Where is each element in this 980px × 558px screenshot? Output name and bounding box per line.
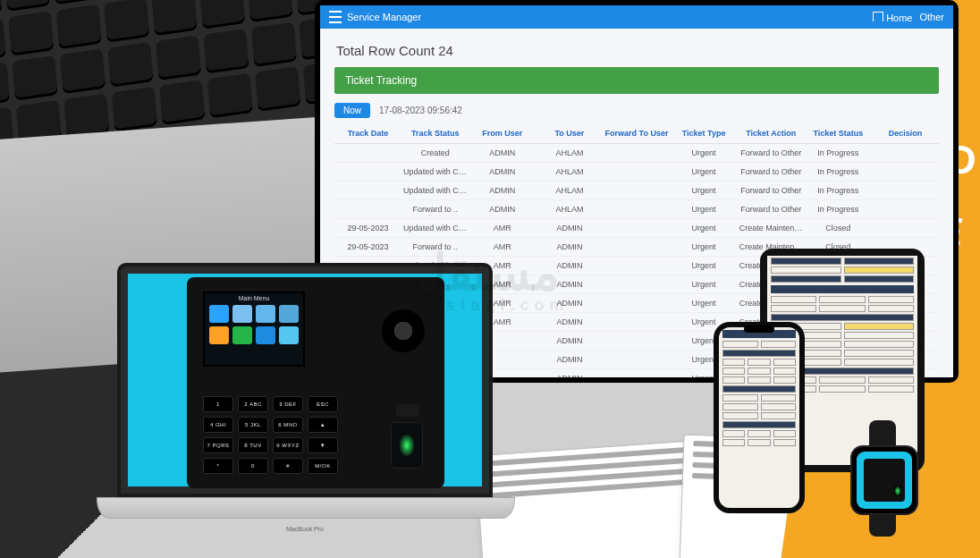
table-cell: Created bbox=[401, 144, 469, 163]
bio-app-icon[interactable] bbox=[232, 326, 252, 344]
table-cell: ADMIN bbox=[536, 351, 603, 369]
table-cell: Updated with Close bbox=[401, 182, 469, 200]
now-row: Now 17-08-2023 09:56:42 bbox=[334, 103, 939, 118]
table-cell: ADMIN bbox=[536, 332, 603, 351]
keypad-key[interactable]: M/OK bbox=[308, 458, 338, 474]
table-cell: 29-05-2023 bbox=[334, 219, 401, 238]
table-cell: ADMIN bbox=[469, 200, 536, 219]
laptop-model-label: MacBook Pro bbox=[97, 526, 513, 532]
table-cell bbox=[334, 182, 401, 200]
ticket-column-header[interactable]: Forward To User bbox=[603, 123, 670, 144]
nav-home[interactable]: Home bbox=[873, 12, 912, 23]
keypad-key[interactable]: 4 GHI bbox=[203, 417, 233, 433]
table-cell: Urgent bbox=[671, 182, 738, 200]
watch-body bbox=[850, 445, 918, 515]
row-count-label: Total Row Count 24 bbox=[336, 43, 939, 58]
fingerprint-icon bbox=[399, 434, 415, 457]
table-cell: Urgent bbox=[671, 294, 738, 313]
table-cell bbox=[603, 144, 670, 163]
app-brand: Service Manager bbox=[347, 12, 421, 22]
keypad-key[interactable]: 9 WXYZ bbox=[273, 437, 303, 453]
phone-notch bbox=[744, 326, 774, 333]
table-cell: ADMIN bbox=[469, 163, 536, 182]
table-cell bbox=[334, 163, 401, 182]
table-cell: AHLAM bbox=[536, 163, 603, 182]
table-cell: Create Maintenance Order bbox=[738, 219, 805, 238]
bio-app-icon[interactable] bbox=[209, 326, 229, 344]
table-cell: Closed bbox=[805, 219, 872, 238]
ticket-column-header[interactable]: Track Status bbox=[401, 123, 469, 144]
stage: OO RE Service Manager Home Other Total R… bbox=[0, 0, 980, 558]
keypad-key[interactable]: 2 ABC bbox=[238, 396, 268, 412]
table-cell: Urgent bbox=[671, 144, 738, 163]
fingerprint-scanner[interactable] bbox=[391, 422, 423, 469]
table-cell: ADMIN bbox=[536, 219, 603, 238]
keypad-key[interactable]: 7 PQRS bbox=[203, 437, 233, 453]
bio-app-icon[interactable] bbox=[209, 305, 229, 323]
table-cell: 29-05-2023 bbox=[334, 238, 401, 257]
keypad-key[interactable]: 0 bbox=[238, 458, 268, 474]
watch-bio-mini bbox=[864, 459, 905, 502]
table-cell: ADMIN bbox=[536, 313, 603, 332]
ticket-column-header[interactable]: Track Date bbox=[334, 123, 401, 144]
keypad-key[interactable]: # bbox=[273, 458, 303, 474]
bio-screen: Main Menu bbox=[203, 292, 305, 367]
keypad-key[interactable]: 6 MNO bbox=[273, 417, 303, 433]
hamburger-menu-icon[interactable] bbox=[329, 11, 342, 23]
ticket-column-header[interactable]: From User bbox=[469, 123, 536, 144]
proximity-sensor bbox=[396, 404, 419, 417]
keypad-key[interactable]: 5 JKL bbox=[238, 417, 268, 433]
now-timestamp: 17-08-2023 09:56:42 bbox=[379, 106, 462, 115]
bio-app-icon[interactable] bbox=[279, 326, 299, 344]
table-cell bbox=[603, 219, 670, 238]
keypad-key[interactable]: * bbox=[203, 458, 233, 474]
table-cell: Updated with Close bbox=[401, 163, 469, 182]
table-row[interactable]: CreatedADMINAHLAMUrgentForward to OtherI… bbox=[334, 144, 939, 163]
keypad-key[interactable]: 8 TUV bbox=[238, 437, 268, 453]
bio-app-icon[interactable] bbox=[232, 305, 252, 323]
nav-other[interactable]: Other bbox=[919, 12, 944, 22]
table-cell: AHLAM bbox=[536, 182, 603, 200]
table-cell: Urgent bbox=[671, 219, 738, 238]
table-cell: Forward to .. bbox=[401, 200, 469, 219]
keypad-key[interactable]: ESC bbox=[308, 396, 338, 412]
table-cell: ADMIN bbox=[536, 257, 603, 275]
table-cell: Urgent bbox=[671, 163, 738, 182]
bio-app-icon[interactable] bbox=[256, 305, 275, 323]
table-row[interactable]: 29-05-2023Updated with CloseAMRADMINUrge… bbox=[334, 219, 939, 238]
table-row[interactable]: Updated with CloseADMINAHLAMUrgentForwar… bbox=[334, 163, 939, 182]
table-cell bbox=[603, 163, 670, 182]
table-cell bbox=[872, 200, 939, 219]
table-cell: ADMIN bbox=[469, 182, 536, 200]
keypad-key[interactable]: 1 bbox=[203, 396, 233, 412]
ticket-column-header[interactable]: Ticket Type bbox=[671, 123, 738, 144]
phone-device bbox=[714, 322, 805, 513]
table-cell: ADMIN bbox=[469, 144, 536, 163]
table-cell: AHLAM bbox=[536, 200, 603, 219]
ticket-column-header[interactable]: Decision bbox=[872, 123, 939, 144]
ticket-column-header[interactable]: To User bbox=[536, 123, 603, 144]
biometric-terminal: Main Menu 12 ABC3 DEFESC4 GHI5 JKL6 MNO▲… bbox=[187, 277, 444, 488]
bio-app-icon[interactable] bbox=[279, 305, 299, 323]
keypad-key[interactable]: ▲ bbox=[308, 417, 338, 433]
table-cell: Forward to Other bbox=[738, 182, 805, 200]
bio-app-grid bbox=[205, 305, 303, 344]
table-cell: ADMIN bbox=[536, 369, 603, 378]
table-cell: Forward to Other bbox=[738, 144, 805, 163]
table-cell bbox=[603, 369, 670, 378]
ticket-column-header[interactable]: Ticket Status bbox=[805, 123, 872, 144]
keypad-key[interactable]: ▼ bbox=[308, 437, 338, 453]
table-cell bbox=[603, 275, 670, 294]
ticket-column-header[interactable]: Ticket Action bbox=[738, 123, 805, 144]
bio-app-icon[interactable] bbox=[256, 326, 275, 344]
laptop-screen: Main Menu 12 ABC3 DEFESC4 GHI5 JKL6 MNO▲… bbox=[128, 274, 482, 486]
watch-screen bbox=[857, 452, 912, 509]
fingerprint-icon bbox=[894, 486, 901, 496]
table-row[interactable]: Forward to ..ADMINAHLAMUrgentForward to … bbox=[334, 200, 939, 219]
table-cell bbox=[872, 182, 939, 200]
keypad-key[interactable]: 3 DEF bbox=[273, 396, 303, 412]
table-row[interactable]: Updated with CloseADMINAHLAMUrgentForwar… bbox=[334, 182, 939, 200]
table-cell bbox=[603, 257, 670, 275]
now-pill[interactable]: Now bbox=[334, 103, 370, 118]
table-cell: ADMIN bbox=[536, 238, 603, 257]
